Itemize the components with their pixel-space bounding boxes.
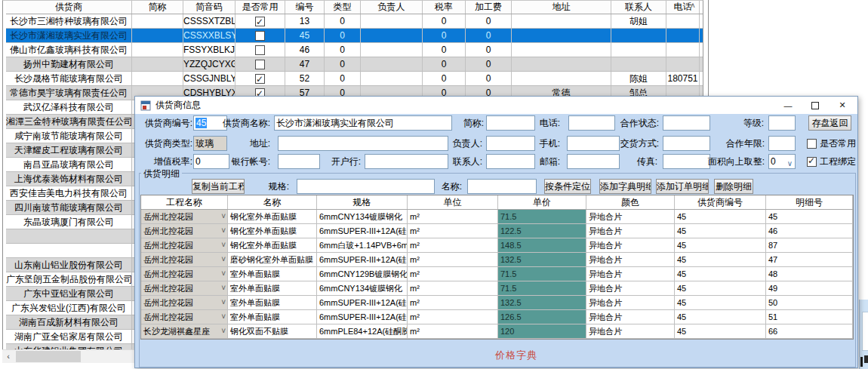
supplier-type-input[interactable]: 玻璃: [193, 136, 227, 151]
project-combo[interactable]: 岳州北控花园˅: [141, 267, 228, 281]
column-header[interactable]: 负责人: [361, 1, 423, 14]
name-filter-input[interactable]: [467, 179, 537, 194]
save-return-button[interactable]: 存盘返回: [808, 115, 851, 131]
detail-row[interactable]: 岳州北控花园˅ 室外单面贴膜 6mmCNY129B镀膜钢化 m² 71.5 异地…: [141, 267, 853, 281]
delete-detail-button[interactable]: 删除明细: [714, 179, 753, 194]
supplier-row[interactable]: 扬州中勤建材有限公司 YZZQJCYXGS 47 0 0 0: [6, 57, 703, 72]
spec-filter-input[interactable]: [297, 179, 435, 194]
project-bind-checkbox[interactable]: 工程绑定: [807, 154, 856, 169]
column-header[interactable]: 供货商: [6, 1, 132, 14]
supplier-row[interactable]: 佛山市亿鑫玻璃科技有限公司 FSSYXBLKJ.. 46 0 0 0: [6, 43, 703, 57]
detail-column-header[interactable]: 单位: [408, 195, 498, 209]
column-header[interactable]: 加工费: [466, 1, 512, 14]
manager-input[interactable]: [486, 136, 535, 151]
supplier-name-cell: 广东中亚铝业有限公司: [6, 287, 132, 300]
detail-price-cell[interactable]: 71.5: [498, 210, 586, 223]
abbr-input[interactable]: [486, 115, 535, 131]
supplier-no-cell: 13: [285, 14, 325, 28]
project-combo[interactable]: 岳州北控花园˅: [141, 310, 228, 324]
project-combo[interactable]: 长沙龙湖祺鑫星座˅: [141, 324, 228, 338]
address-input[interactable]: [278, 136, 448, 151]
supplier-name-input[interactable]: 长沙市潇湘玻璃实业有限公司: [274, 115, 452, 131]
detail-price-cell[interactable]: 120: [498, 324, 586, 338]
project-combo[interactable]: 岳州北控花园˅: [141, 224, 228, 238]
supplier-row[interactable]: 长沙市潇湘玻璃实业有限公司 CSSXXBLSY.. 45 0 0 0: [6, 29, 703, 43]
horizontal-scrollbar[interactable]: ‹: [2, 349, 134, 363]
detail-price-cell[interactable]: 132.5: [498, 296, 586, 309]
phone-input[interactable]: [568, 115, 615, 131]
coop-years-input[interactable]: [768, 136, 796, 151]
common-checkbox[interactable]: [255, 17, 265, 26]
column-header[interactable]: 简音码: [183, 1, 235, 14]
supplier-abbr-cell: [132, 72, 183, 85]
column-header[interactable]: 是否常用: [235, 1, 285, 14]
scrollbar-up-arrow-icon[interactable]: ˄: [691, 2, 695, 10]
supplier-row[interactable]: 长沙市三湘特种玻璃有限公司 CSSSXTZBL.. 13 0 0 0 胡姐: [6, 14, 703, 29]
detail-price-cell[interactable]: 71.5: [498, 267, 586, 281]
detail-row[interactable]: 岳州北控花园˅ 钢化室外单面贴膜 6mmSUPER-III+12A(硅... m…: [141, 224, 853, 238]
price-dictionary-link[interactable]: 价格字典: [495, 349, 537, 362]
delivery-input[interactable]: [663, 136, 710, 151]
type-cell: 0: [325, 57, 361, 71]
detail-price-cell[interactable]: 122.5: [498, 224, 586, 238]
mobile-input[interactable]: [567, 136, 620, 151]
detail-row[interactable]: 岳州北控花园˅ 钢化室外单面贴膜 6mmCNY134镀膜钢化 m² 71.5 异…: [141, 210, 853, 224]
email-input[interactable]: [567, 154, 620, 169]
scrollbar-thumb[interactable]: [16, 351, 81, 362]
common-checkbox[interactable]: [255, 45, 265, 55]
form-icon: [140, 100, 151, 111]
project-combo[interactable]: 岳州北控花园˅: [141, 253, 228, 266]
maximize-button[interactable]: [802, 97, 829, 114]
detail-row[interactable]: 岳州北控花园˅ 室外单面贴膜 6mmSUPER-III+12A(硅... m² …: [141, 310, 853, 324]
detail-row[interactable]: 岳州北控花园˅ 室外单面贴膜 6mmCNY134镀膜钢化 m² 71.5 异地合…: [141, 281, 853, 296]
scroll-left-arrow-icon[interactable]: ‹: [2, 351, 14, 362]
coop-status-input[interactable]: [663, 115, 710, 131]
detail-price-cell[interactable]: 71.5: [498, 281, 586, 295]
close-button[interactable]: ✕: [829, 97, 856, 114]
supplier-row[interactable]: 长沙晟格节能玻璃有限公司 CSSGJNBLYXGS 52 0 0 0 陈姐 18…: [6, 72, 703, 86]
detail-column-header[interactable]: 工程名称: [141, 195, 228, 209]
detail-column-header[interactable]: 供货商编号: [675, 195, 766, 209]
locate-by-condition-button[interactable]: 按条件定位: [544, 179, 591, 194]
common-checkbox[interactable]: [255, 31, 265, 41]
detail-price-cell[interactable]: 148.5: [498, 238, 586, 252]
detail-column-header[interactable]: 名称: [228, 195, 317, 209]
column-header[interactable]: 类型: [325, 1, 361, 14]
round-up-select[interactable]: 0∨: [768, 154, 796, 169]
copy-current-project-button[interactable]: 复制当前工程: [192, 179, 245, 194]
common-use-checkbox[interactable]: 是否常用: [807, 136, 856, 151]
project-combo[interactable]: 岳州北控花园˅: [141, 210, 228, 223]
detail-row[interactable]: 岳州北控花园˅ 磨砂钢化室外单面贴膜 6mmSUPER-III+12A(硅...…: [141, 253, 853, 267]
detail-column-header[interactable]: 规格: [317, 195, 408, 209]
grade-input[interactable]: [768, 115, 796, 131]
detail-column-header[interactable]: 明细号: [766, 195, 853, 209]
common-checkbox[interactable]: [255, 60, 265, 69]
dialog-titlebar[interactable]: 供货商信息 — ✕: [135, 97, 857, 114]
column-header[interactable]: 税率: [423, 1, 466, 14]
add-dict-detail-button[interactable]: 添加字典明细: [599, 179, 651, 194]
tax-cell: 0: [423, 43, 466, 57]
common-checkbox[interactable]: [255, 74, 265, 84]
vat-input[interactable]: 0: [193, 154, 229, 169]
add-order-detail-button[interactable]: 添加订单明细: [656, 179, 709, 194]
column-header[interactable]: 联系人: [611, 1, 666, 14]
project-combo[interactable]: 岳州北控花园˅: [141, 281, 228, 295]
detail-column-header[interactable]: 单价: [498, 195, 586, 209]
bank-input[interactable]: [365, 154, 448, 169]
supplier-name-cell: 湖南广亚全铝家居有限公司: [6, 330, 132, 343]
project-combo[interactable]: 岳州北控花园˅: [141, 296, 228, 309]
project-combo[interactable]: 岳州北控花园˅: [141, 238, 228, 252]
detail-row[interactable]: 岳州北控花园˅ 室外单面贴膜 6mmSUPER-III+12A(硅... m² …: [141, 296, 853, 310]
detail-column-header[interactable]: 颜色: [586, 195, 675, 209]
column-header[interactable]: 编号: [285, 1, 325, 14]
column-header[interactable]: 简称: [132, 1, 183, 14]
supplier-name-cell: [6, 244, 132, 257]
bank-account-input[interactable]: [278, 154, 320, 169]
detail-row[interactable]: 岳州北控花园˅ 钢化室外单面贴膜 6mm白玻+1.14PVB+6mm... m²…: [141, 238, 853, 253]
column-header[interactable]: 地址: [512, 1, 611, 14]
detail-price-cell[interactable]: 132.5: [498, 253, 586, 266]
detail-price-cell[interactable]: 126.5: [498, 310, 586, 324]
detail-row[interactable]: 长沙龙湖祺鑫星座˅ 钢化双面不贴膜 6mmPLE84+12A(硅酮胶... m²…: [141, 324, 853, 339]
minimize-button[interactable]: —: [774, 97, 802, 114]
contact-input[interactable]: [486, 154, 535, 169]
